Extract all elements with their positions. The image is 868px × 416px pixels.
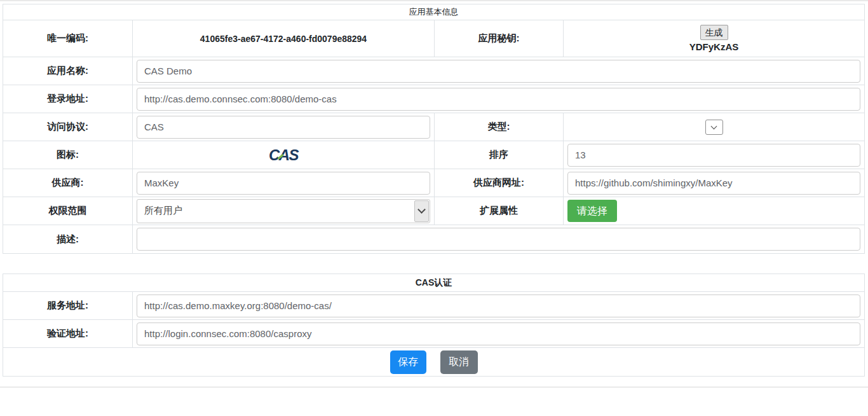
- description-label: 描述:: [3, 225, 133, 253]
- cas-logo-icon: CAS: [269, 148, 298, 163]
- chevron-down-icon: [417, 205, 426, 214]
- icon-label: 图标:: [3, 141, 133, 169]
- app-name-input[interactable]: [137, 60, 860, 83]
- ext-attr-label: 扩展属性: [435, 197, 564, 225]
- cas-section-title: CAS认证: [3, 274, 864, 291]
- unique-code-label: 唯一编码:: [3, 20, 133, 57]
- validate-url-label: 验证地址:: [3, 320, 133, 347]
- save-button[interactable]: 保存: [390, 350, 426, 374]
- sort-order-input[interactable]: [567, 144, 860, 167]
- vendor-url-input[interactable]: [567, 172, 860, 195]
- generate-secret-button[interactable]: 生成: [700, 25, 728, 40]
- vendor-input[interactable]: [137, 172, 430, 195]
- app-secret-label: 应用秘钥:: [435, 20, 564, 57]
- type-select[interactable]: [705, 120, 723, 135]
- scope-select[interactable]: 所有用户: [137, 199, 430, 223]
- page-top-edge: [0, 0, 868, 1]
- cancel-button[interactable]: 取消: [440, 350, 478, 374]
- select-arrow-strip[interactable]: [414, 200, 429, 222]
- basic-info-panel: 应用基本信息 唯一编码: 41065fe3-ae67-4172-a460-fd0…: [3, 4, 865, 254]
- login-url-input[interactable]: [137, 88, 860, 111]
- ext-attr-choose-button[interactable]: 请选择: [567, 200, 617, 222]
- protocol-input[interactable]: [137, 116, 430, 139]
- app-name-label: 应用名称:: [3, 57, 133, 85]
- login-url-label: 登录地址:: [3, 85, 133, 113]
- form-actions: 保存 取消: [3, 348, 864, 376]
- cas-auth-panel: CAS认证 服务地址: 验证地址: 保存 取消: [3, 274, 865, 377]
- sort-label: 排序: [435, 141, 564, 169]
- description-input[interactable]: [137, 228, 860, 251]
- unique-code-value: 41065fe3-ae67-4172-a460-fd0079e88294: [137, 34, 430, 44]
- vendor-url-label: 供应商网址:: [435, 169, 564, 197]
- protocol-label: 访问协议:: [3, 113, 133, 141]
- validate-url-input[interactable]: [137, 322, 860, 345]
- service-url-label: 服务地址:: [3, 292, 133, 319]
- chevron-down-icon: [711, 123, 717, 129]
- type-label: 类型:: [435, 113, 564, 141]
- scope-selected-value: 所有用户: [144, 205, 182, 217]
- scope-label: 权限范围: [3, 197, 133, 225]
- app-secret-value: YDFyKzAS: [689, 41, 739, 52]
- basic-section-title: 应用基本信息: [3, 4, 864, 20]
- vendor-label: 供应商:: [3, 169, 133, 197]
- bottom-divider: [0, 387, 868, 387]
- service-url-input[interactable]: [137, 295, 860, 317]
